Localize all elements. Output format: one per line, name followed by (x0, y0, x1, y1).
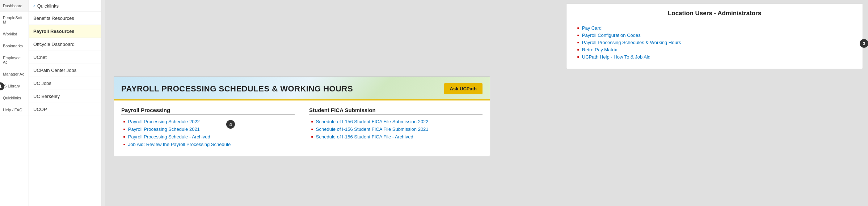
link-fica-2022[interactable]: Schedule of I-156 Student FICA File Subm… (316, 119, 429, 124)
list-item-schedule-2021: Payroll Processing Schedule 2021 (123, 126, 295, 132)
list-item-retro-pay: Retro Pay Matrix (577, 47, 855, 52)
sidebar-item-benefits-resources[interactable]: Benefits Resources (29, 12, 101, 25)
payroll-card-body: Payroll Processing Payroll Processing Sc… (114, 100, 490, 156)
sidebar-item-ucnet[interactable]: UCnet (29, 51, 101, 64)
back-arrow-icon[interactable]: ‹ (33, 3, 35, 9)
sidebar-header: ‹ Quicklinks 2 (29, 0, 101, 12)
right-panel: Location Users - Administrators Pay Card… (105, 0, 868, 206)
list-item-payroll-schedules: Payroll Processing Schedules & Working H… (577, 40, 855, 45)
badge-4: 4 (226, 120, 235, 129)
link-ucpath-help[interactable]: UCPath Help - How To & Job Aid (582, 54, 650, 60)
bottom-row: PAYROLL PROCESSING SCHEDULES & WORKING H… (110, 76, 863, 156)
payroll-card-title: PAYROLL PROCESSING SCHEDULES & WORKING H… (121, 84, 353, 94)
nav-item-quicklinks[interactable]: Quicklinks (0, 92, 29, 104)
nav-item-worklist[interactable]: Worklist (0, 28, 29, 40)
sidebar-item-uc-jobs[interactable]: UC Jobs (29, 77, 101, 90)
sidebar-item-payroll-resources[interactable]: Payroll Resources (29, 25, 101, 38)
sidebar-item-ucop[interactable]: UCOP (29, 103, 101, 116)
payroll-processing-card: PAYROLL PROCESSING SCHEDULES & WORKING H… (114, 76, 490, 156)
sidebar-item-uc-berkeley[interactable]: UC Berkeley (29, 90, 101, 103)
nav-item-manager-ac[interactable]: Manager Ac (0, 68, 29, 80)
location-users-card: Location Users - Administrators Pay Card… (566, 4, 863, 69)
link-schedule-2022[interactable]: Payroll Processing Schedule 2022 (128, 119, 200, 124)
nav-column: Dashboard PeopleSoft M Worklist Bookmark… (0, 0, 29, 206)
list-item-schedule-2022: Payroll Processing Schedule 2022 (123, 119, 295, 124)
link-schedule-archived[interactable]: Payroll Processing Schedule - Archived (128, 134, 210, 140)
student-fica-section-title: Student FICA Submission (309, 107, 483, 115)
sidebar-main: ‹ Quicklinks 2 Benefits Resources Payrol… (29, 0, 101, 206)
sidebar-item-offcycle-dashboard[interactable]: Offcycle Dashboard (29, 38, 101, 51)
sidebar-back-label[interactable]: Quicklinks (37, 3, 59, 9)
list-item-schedule-archived: Payroll Processing Schedule - Archived (123, 134, 295, 140)
link-pay-card[interactable]: Pay Card (582, 25, 602, 31)
list-item-fica-archived: Schedule of I-156 Student FICA File - Ar… (311, 134, 483, 140)
location-users-links: Pay Card Payroll Configuration Codes Pay… (574, 25, 855, 60)
payroll-card-header: PAYROLL PROCESSING SCHEDULES & WORKING H… (114, 77, 490, 100)
nav-item-bookmarks[interactable]: Bookmarks (0, 40, 29, 52)
badge-3: 3 (860, 39, 868, 48)
nav-item-peoplesoft[interactable]: PeopleSoft M (0, 12, 29, 28)
page-layout: Dashboard PeopleSoft M Worklist Bookmark… (0, 0, 868, 206)
payroll-processing-section-title: Payroll Processing (121, 107, 295, 115)
location-users-title: Location Users - Administrators (574, 10, 855, 20)
link-schedule-2021[interactable]: Payroll Processing Schedule 2021 (128, 126, 200, 132)
top-row: Location Users - Administrators Pay Card… (110, 4, 863, 73)
link-fica-archived[interactable]: Schedule of I-156 Student FICA File - Ar… (316, 134, 413, 140)
link-retro-pay[interactable]: Retro Pay Matrix (582, 47, 617, 52)
list-item-pay-card: Pay Card (577, 25, 855, 31)
list-item-fica-2021: Schedule of I-156 Student FICA File Subm… (311, 126, 483, 132)
ask-ucpath-button[interactable]: Ask UCPath (444, 83, 483, 94)
student-fica-links: Schedule of I-156 Student FICA File Subm… (309, 119, 483, 140)
link-job-aid-review[interactable]: Job Aid: Review the Payroll Processing S… (128, 142, 231, 147)
student-fica-section: Student FICA Submission Schedule of I-15… (309, 107, 483, 149)
link-payroll-schedules[interactable]: Payroll Processing Schedules & Working H… (582, 40, 681, 45)
nav-item-help-faq[interactable]: Help / FAQ (0, 104, 29, 116)
list-item-job-aid-review: Job Aid: Review the Payroll Processing S… (123, 142, 295, 147)
nav-item-is-library[interactable]: IS Library 1 (0, 80, 29, 92)
payroll-processing-links: Payroll Processing Schedule 2022 Payroll… (121, 119, 295, 147)
nav-item-dashboard[interactable]: Dashboard (0, 0, 29, 12)
nav-item-employee-ac[interactable]: Employee Ac (0, 52, 29, 68)
list-item-fica-2022: Schedule of I-156 Student FICA File Subm… (311, 119, 483, 124)
sidebar-item-ucpath-center-jobs[interactable]: UCPath Center Jobs (29, 64, 101, 77)
link-payroll-config[interactable]: Payroll Configuration Codes (582, 33, 641, 38)
list-item-ucpath-help: UCPath Help - How To & Job Aid (577, 54, 855, 60)
payroll-processing-section: Payroll Processing Payroll Processing Sc… (121, 107, 295, 149)
list-item-payroll-config: Payroll Configuration Codes (577, 33, 855, 38)
link-fica-2021[interactable]: Schedule of I-156 Student FICA File Subm… (316, 126, 429, 132)
left-panel: Dashboard PeopleSoft M Worklist Bookmark… (0, 0, 105, 206)
